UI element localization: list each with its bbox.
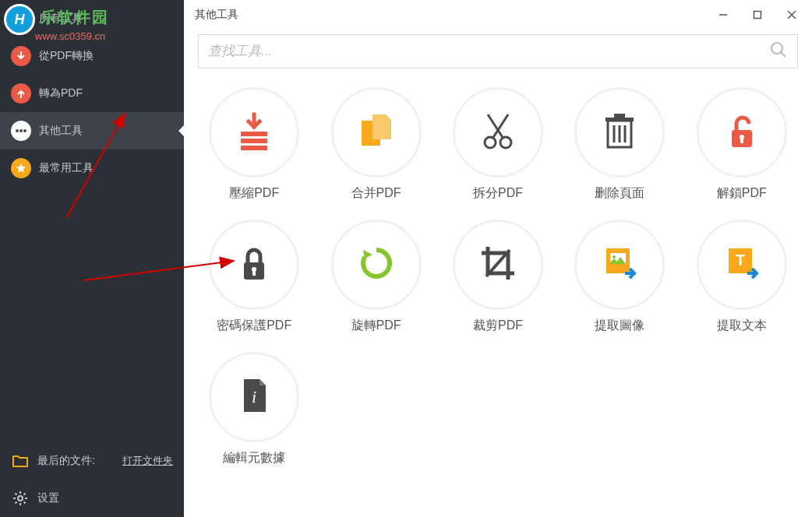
extract-image-icon (598, 242, 641, 287)
minimize-button[interactable] (706, 0, 740, 30)
page-title: 其他工具 (195, 8, 238, 22)
settings-label: 设置 (37, 491, 59, 505)
tool-label: 删除頁面 (595, 185, 644, 202)
open-folder-link[interactable]: 打开文件夹 (122, 454, 173, 468)
sidebar: H 乐软件园 www.sc0359.cn 所有工具 從PDF轉換 轉為PDF (0, 0, 184, 517)
arrow-up-icon (11, 83, 31, 104)
svg-rect-1 (22, 13, 26, 18)
search-box[interactable] (198, 34, 798, 69)
tool-compress-pdf[interactable]: 壓縮PDF (193, 83, 315, 215)
tool-unlock-pdf[interactable]: 解鎖PDF (681, 83, 803, 215)
tool-grid: 壓縮PDF 合并PDF 拆分PDF 删除頁面 (184, 78, 812, 517)
titlebar: 其他工具 (184, 0, 812, 30)
lock-icon (233, 242, 275, 287)
sidebar-item-label: 所有工具 (39, 12, 83, 26)
svg-point-4 (16, 129, 19, 132)
arrow-down-icon (11, 46, 31, 66)
tool-delete-pages[interactable]: 删除頁面 (559, 83, 680, 215)
star-icon (11, 158, 31, 178)
tool-label: 提取文本 (717, 318, 767, 334)
tool-label: 旋轉PDF (351, 318, 401, 334)
tool-rotate-pdf[interactable]: 旋轉PDF (315, 215, 436, 347)
main-panel: 其他工具 壓縮PDF (184, 0, 812, 517)
tool-label: 壓縮PDF (229, 185, 279, 202)
scissors-icon (477, 110, 519, 155)
tool-label: 提取圖像 (595, 318, 644, 334)
maximize-button[interactable] (740, 0, 775, 30)
svg-point-6 (23, 129, 26, 132)
metadata-icon: i (233, 375, 275, 420)
unlock-icon (721, 110, 763, 155)
sidebar-item-label: 最常用工具 (39, 161, 94, 175)
svg-rect-3 (22, 19, 26, 24)
tool-protect-pdf[interactable]: 密碼保護PDF (193, 215, 315, 347)
svg-rect-34 (252, 270, 256, 276)
svg-line-13 (781, 52, 786, 57)
sidebar-item-label: 從PDF轉換 (39, 49, 94, 63)
sidebar-settings[interactable]: 设置 (0, 480, 184, 517)
svg-text:T: T (736, 251, 745, 269)
sidebar-item-label: 轉為PDF (39, 86, 83, 100)
trash-icon (598, 110, 641, 155)
tool-label: 拆分PDF (473, 185, 523, 202)
tool-extract-text[interactable]: T 提取文本 (681, 215, 803, 347)
tool-split-pdf[interactable]: 拆分PDF (437, 83, 559, 215)
tool-label: 裁剪PDF (473, 318, 523, 334)
svg-rect-28 (614, 114, 625, 118)
last-files-label: 最后的文件: (37, 454, 95, 468)
extract-text-icon: T (721, 242, 763, 287)
svg-rect-16 (241, 146, 267, 150)
svg-text:i: i (252, 387, 256, 406)
svg-rect-31 (740, 138, 743, 143)
search-icon[interactable] (769, 40, 788, 62)
close-button[interactable] (775, 0, 809, 30)
tool-extract-images[interactable]: 提取圖像 (559, 215, 680, 347)
svg-point-38 (613, 255, 616, 258)
svg-point-19 (485, 137, 496, 148)
compress-icon (233, 110, 275, 155)
sidebar-last-files[interactable]: 最后的文件: 打开文件夹 (0, 442, 184, 480)
gear-icon (11, 489, 30, 508)
svg-point-12 (771, 43, 782, 54)
tool-label: 編輯元數據 (223, 450, 285, 466)
svg-point-20 (500, 137, 511, 148)
tool-label: 合并PDF (351, 185, 401, 202)
svg-point-7 (18, 496, 23, 501)
tool-merge-pdf[interactable]: 合并PDF (315, 83, 436, 215)
merge-icon (355, 110, 397, 155)
svg-rect-15 (241, 139, 267, 143)
sidebar-item-most-used[interactable]: 最常用工具 (0, 149, 184, 187)
tool-label: 解鎖PDF (717, 185, 767, 202)
svg-point-5 (19, 129, 23, 132)
sidebar-item-label: 其他工具 (39, 124, 83, 138)
crop-icon (477, 242, 519, 287)
svg-rect-14 (241, 132, 267, 136)
sidebar-item-all-tools[interactable]: 所有工具 (0, 0, 184, 37)
sidebar-item-other-tools[interactable]: 其他工具 (0, 112, 184, 149)
svg-rect-18 (372, 114, 391, 139)
ellipsis-icon (11, 121, 31, 141)
tool-edit-metadata[interactable]: i 編輯元數據 (193, 347, 315, 480)
rotate-icon (355, 242, 397, 287)
svg-rect-27 (605, 118, 634, 121)
sidebar-item-from-pdf[interactable]: 從PDF轉換 (0, 37, 184, 75)
sidebar-item-to-pdf[interactable]: 轉為PDF (0, 75, 184, 112)
search-input[interactable] (208, 44, 769, 59)
tool-label: 密碼保護PDF (217, 318, 291, 334)
svg-rect-0 (16, 13, 20, 18)
svg-rect-2 (16, 19, 20, 24)
svg-rect-9 (754, 12, 761, 19)
folder-icon (11, 452, 30, 470)
tool-crop-pdf[interactable]: 裁剪PDF (437, 215, 559, 347)
grid-icon (11, 9, 31, 29)
